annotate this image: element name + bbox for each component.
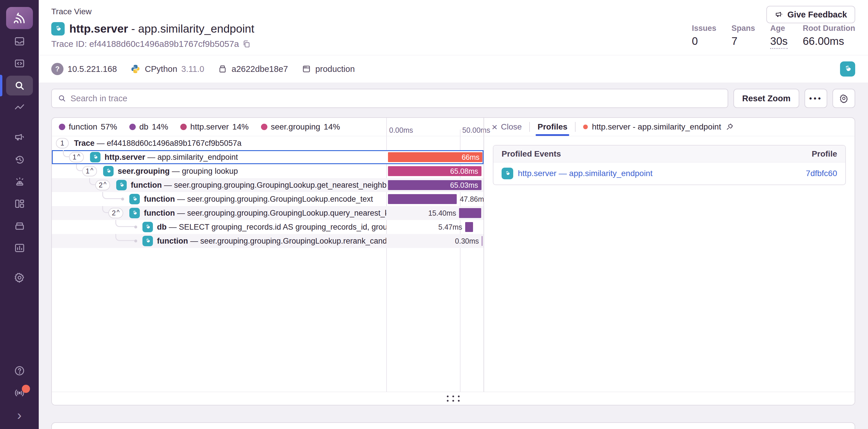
legend-dot	[180, 124, 187, 130]
profiling-span-icon	[143, 236, 153, 246]
sidebar-item-stats-chart[interactable]	[6, 238, 33, 258]
sidebar-item-performance-zigzag[interactable]	[6, 98, 33, 118]
duration-bar[interactable]	[465, 222, 473, 232]
stat-spans: Spans7	[732, 24, 755, 49]
profile-column-header: Profile	[812, 149, 837, 159]
profiling-span-icon	[103, 166, 114, 176]
pin-icon[interactable]	[725, 123, 734, 131]
legend-dot	[129, 124, 136, 130]
trace-settings-button[interactable]	[833, 89, 855, 108]
duration-label: 47.86ms	[460, 192, 484, 206]
sidebar-item-whats-new-broadcast[interactable]	[6, 383, 33, 403]
active-indicator	[0, 75, 2, 96]
span-description: function — seer.grouping.grouping.Groupi…	[131, 178, 386, 192]
profiled-events-header: Profiled Events	[502, 149, 561, 159]
expand-pill[interactable]: 1	[56, 138, 69, 148]
sidebar-item-projects-code[interactable]	[6, 54, 33, 73]
sidebar-item-releases-archive[interactable]	[6, 216, 33, 236]
drag-handle-icon	[447, 396, 460, 402]
sidebar-item-feedback-megaphone[interactable]	[6, 128, 33, 147]
duration-label: 0.30ms	[455, 234, 479, 248]
trace-waterfall-card: function57%db14%http.server14%seer.group…	[51, 117, 855, 405]
span-description: http.server — app.similarity_endpoint	[104, 150, 238, 164]
leaf-connector-dot	[134, 239, 137, 242]
span-description: Trace — ef44188d60c1496a89b1767cf9b5057a	[74, 136, 242, 150]
duration-label: 65.03ms	[450, 178, 478, 192]
sidebar-item-dashboards[interactable]	[6, 194, 33, 213]
span-row-Trace[interactable]: 1Trace — ef44188d60c1496a89b1767cf9b5057…	[52, 136, 484, 150]
give-feedback-button[interactable]: Give Feedback	[766, 6, 855, 23]
expand-pill[interactable]: 2^	[95, 180, 110, 190]
stat-issues: Issues0	[692, 24, 716, 49]
span-row-seer-grouping[interactable]: 1^seer.grouping — grouping lookup65.08ms	[52, 164, 484, 178]
legend-http-server: http.server14%	[180, 122, 248, 132]
sidebar: ›	[0, 0, 39, 429]
expand-pill[interactable]: 2^	[108, 208, 123, 218]
search-input[interactable]: Search in trace	[51, 89, 728, 108]
legend-db: db14%	[129, 122, 168, 132]
tab-profiles[interactable]: Profiles	[537, 118, 567, 136]
span-description: function — seer.grouping.grouping.Groupi…	[144, 206, 386, 220]
profiling-span-icon	[116, 180, 127, 190]
span-row-db[interactable]: db — SELECT grouping_records.id AS group…	[52, 220, 484, 234]
span-row-function[interactable]: 2^function — seer.grouping.grouping.Grou…	[52, 206, 484, 220]
main-area: Trace View http.server - app.similarity_…	[39, 0, 868, 429]
legend-dot	[261, 124, 268, 130]
package-icon	[218, 64, 227, 74]
trace-stats: Issues0Spans7Age30sRoot Duration66.00ms	[692, 24, 855, 49]
span-row-function[interactable]: function — seer.grouping.grouping.Groupi…	[52, 234, 484, 248]
profile-id-link[interactable]: 7dfbfc60	[806, 169, 837, 178]
duration-label: 5.47ms	[438, 220, 462, 234]
pinned-span-tab[interactable]: http.server - app.similarity_endpoint	[583, 122, 734, 132]
avatar: ?	[51, 63, 63, 75]
profiling-badge-icon[interactable]	[840, 61, 855, 76]
page-title: Trace View	[51, 0, 868, 16]
release-tag[interactable]: a2622dbe18e7	[218, 64, 288, 74]
sidebar-item-help[interactable]	[6, 361, 33, 381]
python-icon	[130, 64, 141, 74]
notification-badge	[22, 385, 30, 393]
expand-pill[interactable]: 1^	[82, 166, 97, 176]
duration-bar[interactable]	[459, 208, 481, 218]
sentry-logo[interactable]	[6, 7, 33, 29]
span-row-function[interactable]: function — seer.grouping.grouping.Groupi…	[52, 192, 484, 206]
sidebar-item-alerts-siren[interactable]	[6, 172, 33, 192]
span-row-function[interactable]: 2^function — seer.grouping.grouping.Grou…	[52, 178, 484, 192]
span-description: seer.grouping — grouping lookup	[118, 164, 238, 178]
leaf-connector-dot	[134, 226, 137, 228]
legend-dot	[59, 124, 65, 130]
duration-bar[interactable]	[482, 236, 482, 246]
sidebar-item-replays-history[interactable]	[6, 150, 33, 169]
ops-legend: function57%db14%http.server14%seer.group…	[59, 118, 340, 136]
sidebar-item-issues-inbox[interactable]	[6, 31, 33, 51]
environment-tag[interactable]: production	[302, 64, 355, 74]
reset-zoom-button[interactable]: Reset Zoom	[734, 89, 799, 108]
collapse-chevron-icon[interactable]: ›	[6, 405, 33, 425]
stat-age: Age30s	[770, 24, 787, 49]
legend-function: function57%	[59, 122, 117, 132]
trace-title: http.server - app.similarity_endpoint	[69, 23, 254, 35]
runtime-tag[interactable]: CPython 3.11.0	[130, 64, 204, 74]
ruler-tick-0: 0.00ms	[389, 126, 413, 134]
span-description: db — SELECT grouping_records.id AS group…	[157, 220, 386, 234]
leaf-connector-dot	[121, 198, 124, 201]
span-description: function — seer.grouping.grouping.Groupi…	[157, 234, 386, 248]
megaphone-icon	[775, 10, 783, 19]
profiled-event-link[interactable]: http.server — app.similarity_endpoint	[518, 169, 652, 178]
duration-bar[interactable]	[388, 194, 457, 204]
logo-arc-small	[14, 21, 18, 23]
span-row-http-server[interactable]: 1^http.server — app.similarity_endpoint6…	[52, 150, 484, 164]
user-tag[interactable]: ? 10.5.221.168	[51, 63, 117, 75]
search-icon	[58, 94, 66, 103]
drawer-tabs: × Close Profiles http.server - app.simil…	[484, 118, 855, 136]
profiling-span-icon	[129, 208, 140, 218]
close-drawer-button[interactable]: Close	[501, 122, 522, 132]
more-options-button[interactable]: •••	[805, 89, 827, 108]
profiles-drawer: Profiled Events Profile http.server — ap…	[484, 136, 855, 392]
close-icon[interactable]: ×	[492, 122, 497, 132]
drawer-resize-handle[interactable]	[52, 392, 855, 405]
sidebar-item-explore-search[interactable]	[6, 76, 33, 95]
expand-pill[interactable]: 1^	[69, 152, 84, 162]
sidebar-item-settings-gear[interactable]	[6, 268, 33, 288]
copy-icon[interactable]	[242, 40, 250, 48]
